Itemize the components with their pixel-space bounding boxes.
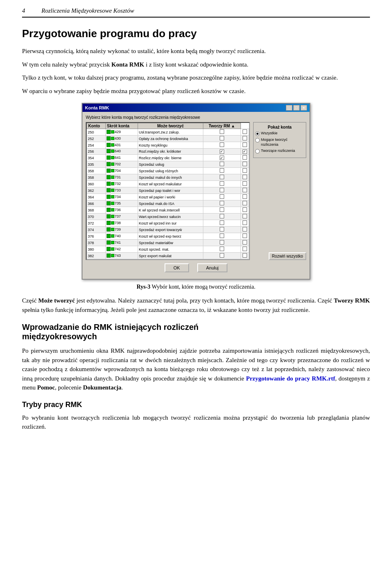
name-cell: Koszt wł sprzed makulatur [138,181,203,187]
radio-dot-wszystkie[interactable] [255,131,260,136]
name-cell: Rozlicz.między okr. bierne [138,155,203,161]
moze-cell[interactable] [203,174,241,181]
konto-cell: 252 [87,136,106,142]
name-cell: Sprz export makulat [138,253,203,259]
tworzy-cell [241,253,249,259]
para-2: W tym celu należy wybrać przycisk Konta … [22,60,370,69]
radio-mogace[interactable]: Mogące tworzyć rozliczenia [255,138,304,147]
tworzy-cell: ✓ [241,149,249,155]
tworzy-cell [241,142,249,149]
table-row: 360 732 Koszt wł sprzed makulatur [87,181,249,187]
moze-cell[interactable] [203,214,241,220]
radio-label-wszystkie: Wszystkie [261,131,278,136]
moze-cell[interactable] [203,200,241,207]
tworzy-cell [241,168,249,174]
konto-cell: 354 [87,155,106,161]
table-row: 366 735 Sprzedaż mak.do ISA [87,200,249,207]
radio-label-mogace: Mogące tworzyć rozliczenia [261,138,304,147]
table-row: 376 740 Koszt wł sprzed exp tworz [87,233,249,240]
anuluj-button[interactable]: Anuluj [197,263,228,272]
radio-tworzace[interactable]: Tworzące rozliczenia [255,149,304,154]
tworzy-cell [241,220,249,227]
moze-cell[interactable] [203,233,241,240]
moze-cell[interactable]: ✓ [203,155,241,161]
moze-cell[interactable] [203,194,241,200]
tworzy-cell [241,187,249,194]
name-cell: Rozl.między okr. krótkoter [138,149,203,155]
table-row: 370 737 Wart.sprzed.tworz sałucin [87,214,249,220]
name-cell: Sprzedaż usług różnych [138,168,203,174]
tworzy-cell [241,194,249,200]
table-row: 368 736 K wł sprzed mak.Intercell [87,207,249,214]
moze-cell[interactable] [203,136,241,142]
moze-cell[interactable] [203,181,241,187]
header-title: Rozliczenia Międzyokresowe Kosztów [42,7,134,14]
name-cell: Opłaty za ochronę środowiska [138,136,203,142]
radio-dot-mogace[interactable] [255,138,260,142]
konto-cell: 378 [87,240,106,246]
table-row: 335 702 Sprzedaż usług [87,161,249,168]
moze-cell[interactable] [203,253,241,259]
table-row: 354 641 Rozlicz.między okr. bierne✓ [87,155,249,161]
sub-konto-cell: 736 [105,207,138,214]
moze-cell[interactable] [203,161,241,168]
minimize-button[interactable]: _ [286,105,292,111]
moze-cell[interactable] [203,168,241,174]
radio-panel: Pokaż konta Wszystkie Mogące tworzyć roz… [253,122,306,158]
ok-button[interactable]: OK [165,263,189,272]
konto-cell: 376 [87,233,106,240]
rmk-link[interactable]: Przygotowanie do pracy RMK.rtf [246,375,335,382]
close-button[interactable]: × [301,105,307,111]
rozwin-button[interactable]: Rozwiń wszystko [269,252,306,260]
table-row: 358 731 Sprzedaż makul do innych [87,174,249,181]
caption-desc: Wybór kont, które mogą tworzyć rozliczen… [152,284,256,290]
sub-konto-cell: 740 [105,233,138,240]
sub-konto-cell: 738 [105,220,138,227]
konto-cell: 256 [87,149,106,155]
tworzy-cell [241,227,249,233]
section2-para-1: Po pierwszym uruchomieniu okna RMK najpr… [22,346,370,392]
moze-cell[interactable] [203,142,241,149]
tworzy-cell [241,129,249,136]
konto-cell: 250 [87,129,106,136]
table-row: 256 640 Rozl.między okr. krótkoter✓✓ [87,149,249,155]
moze-cell[interactable] [203,187,241,194]
konto-cell: 364 [87,194,106,200]
table-row: 382 743 Sprz export makulat [87,253,249,259]
after-para-1: Część Może tworzyć jest edytowalna. Nale… [22,296,370,314]
konta-rmk-dialog: Konta RMK _ □ × Wybierz które konta mogą… [82,103,310,280]
moze-cell[interactable]: ✓ [203,149,241,155]
table-row: 372 738 Koszt wł sprzed inn sur [87,220,249,227]
name-cell: Koszt wł sprzed exp tworz [138,233,203,240]
table-row: 358 704 Sprzedaż usług różnych [87,168,249,174]
section3-heading: Tryby pracy RMK [22,401,370,409]
dialog-body: Wybierz które konta mogą tworzyć rozlicz… [82,112,310,279]
radio-label-tworzace: Tworzące rozliczenia [261,149,295,154]
radio-dot-tworzace[interactable] [255,149,260,154]
sub-konto-cell: 702 [105,161,138,168]
maximize-button[interactable]: □ [293,105,300,111]
tworzy-cell [241,233,249,240]
dialog-titlebar: Konta RMK _ □ × [82,104,310,112]
moze-cell[interactable] [203,246,241,253]
name-cell: Koszt wł sprzed inn sur [138,220,203,227]
dialog-title: Konta RMK [85,105,109,110]
table-row: 380 742 Koszt sprzed. mat. [87,246,249,253]
name-cell: Sprzedaż makul do innych [138,174,203,181]
dialog-right-panel: Pokaż konta Wszystkie Mogące tworzyć roz… [253,122,306,260]
moze-cell[interactable] [203,129,241,136]
konto-cell: 380 [87,246,106,253]
tworzy-cell [241,200,249,207]
sub-konto-cell: 743 [105,253,138,259]
moze-cell[interactable] [203,240,241,246]
moze-cell[interactable] [203,207,241,214]
sub-konto-cell: 733 [105,187,138,194]
tworzy-cell [241,161,249,168]
tworzy-cell [241,214,249,220]
radio-wszystkie[interactable]: Wszystkie [255,131,304,136]
konto-cell: 358 [87,174,106,181]
moze-cell[interactable] [203,220,241,227]
dialog-subtitle: Wybierz które konta mogą tworzyć rozlicz… [86,115,306,120]
moze-cell[interactable] [203,227,241,233]
tworzy-cell [241,174,249,181]
